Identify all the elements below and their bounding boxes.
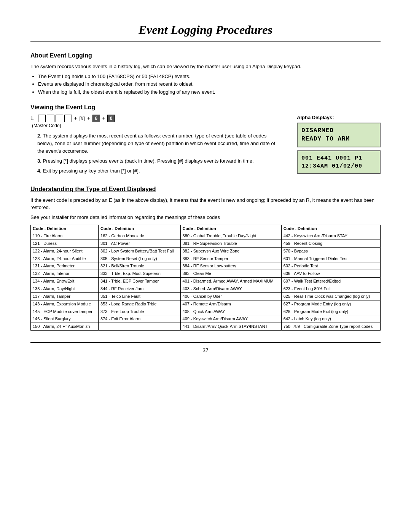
understanding-heading: Understanding the Type of Event Displaye… [30, 186, 381, 193]
table-cell-8-3: 625 - Real-Time Clock was Changed (log o… [281, 292, 380, 300]
table-cell-11-0: 146 - Silent Burglary [31, 315, 99, 323]
table-cell-12-2: 441 - Disarm/Arm/ Quick-Arm STAY/INSTANT [180, 323, 281, 331]
table-cell-10-0: 145 - ECP Module cover tamper [31, 308, 99, 315]
table-cell-5-0: 132 - Alarm, Interior [31, 270, 99, 278]
table-cell-6-2: 401 - Disarmed, Armed AWAY, Armed MAXIMU… [180, 278, 281, 285]
page-number: – 37 – [30, 347, 381, 353]
table-cell-2-3: 570 - Bypass [281, 247, 380, 255]
table-row: 110 - Fire Alarm162 - Carbon Monoxide380… [31, 232, 381, 240]
table-cell-3-3: 601 - Manual Triggered Dialer Test [281, 255, 380, 262]
table-cell-6-3: 607 - Walk Test Entered/Exited [281, 278, 380, 285]
lcd1-line2: READY TO ARM [301, 135, 376, 143]
table-row: 135 - Alarm, Day/Night344 - RF Receiver … [31, 285, 381, 293]
step2-num: 2. [37, 133, 41, 139]
steps-list: 2. The system displays the most recent e… [37, 132, 282, 175]
table-cell-1-2: 381 - RF Supervision Trouble [180, 240, 281, 247]
table-cell-5-1: 333 - Trble, Exp. Mod. Supervsn [99, 270, 181, 278]
step4-num: 4. [37, 168, 41, 174]
table-cell-8-2: 406 - Cancel by User [180, 292, 281, 300]
col-header-4: Code - Definition [281, 225, 380, 232]
table-cell-2-1: 302 - Low System Battery/Batt Test Fail [99, 247, 181, 255]
step1-container: 1. + [#] + 6 + 0 (Master Code) [30, 115, 282, 128]
hash-key: [#] [79, 115, 84, 121]
step-2: 2. The system displays the most recent e… [37, 132, 282, 155]
lcd2-line1: 001 E441 U001 P1 [301, 154, 376, 162]
bullet-3: When the log is full, the oldest event i… [38, 88, 381, 96]
table-cell-8-1: 351 - Telco Line Fault [99, 292, 181, 300]
alpha-displays-label: Alpha Displays: [297, 115, 381, 120]
table-cell-5-3: 606 - AAV to Follow [281, 270, 380, 278]
viewing-left: 1. + [#] + 6 + 0 (Master Code) 2. The [30, 115, 282, 178]
page-title: Event Logging Procedures [30, 23, 381, 42]
code-box-4 [64, 115, 72, 122]
col-header-2: Code - Definition [99, 225, 181, 232]
table-cell-9-0: 143 - Alarm, Expansion Module [31, 300, 99, 308]
table-cell-9-1: 353 - Long Range Radio Trble [99, 300, 181, 308]
table-row: 121 - Duress301 - AC Power381 - RF Super… [31, 240, 381, 247]
lcd-display-1: DISARMED READY TO ARM [297, 123, 381, 147]
table-row: 123 - Alarm, 24-hour Audible305 - System… [31, 255, 381, 262]
lcd2-line2: 12:34AM 01/02/00 [301, 162, 376, 170]
table-cell-11-2: 409 - Keyswitch Arm/Disarm AWAY [180, 315, 281, 323]
table-cell-0-2: 380 - Global Trouble, Trouble Day/Night [180, 232, 281, 240]
table-cell-2-0: 122 - Alarm, 24-hour Silent [31, 247, 99, 255]
table-cell-10-1: 373 - Fire Loop Trouble [99, 308, 181, 315]
about-heading: About Event Logging [30, 52, 381, 59]
bottom-rule [30, 342, 381, 343]
about-intro: The system records various events in a h… [30, 63, 381, 70]
table-row: 134 - Alarm, Entry/Exit341 - Trble, ECP … [31, 278, 381, 285]
table-cell-6-0: 134 - Alarm, Entry/Exit [31, 278, 99, 285]
table-cell-0-3: 442 - Keyswitch Arm/Disarm STAY [281, 232, 380, 240]
table-cell-12-1 [99, 323, 181, 331]
code-box-2 [47, 115, 54, 122]
understanding-text1: If the event code is preceded by an E (a… [30, 197, 381, 211]
table-cell-11-3: 642 - Latch Key (log only) [281, 315, 380, 323]
table-row: 132 - Alarm, Interior333 - Trble, Exp. M… [31, 270, 381, 278]
col-header-3: Code - Definition [180, 225, 281, 232]
table-cell-8-0: 137 - Alarm, Tamper [31, 292, 99, 300]
table-cell-3-0: 123 - Alarm, 24-hour Audible [31, 255, 99, 262]
table-cell-7-0: 135 - Alarm, Day/Night [31, 285, 99, 293]
table-cell-11-1: 374 - Exit Error Alarm [99, 315, 181, 323]
plus-1: + [74, 115, 77, 121]
bullet-2: Events are displayed in chronological or… [38, 80, 381, 88]
table-cell-4-3: 602 - Periodic Test [281, 262, 380, 270]
table-cell-9-2: 407 - Remote Arm/Disarm [180, 300, 281, 308]
table-row: 146 - Silent Burglary374 - Exit Error Al… [31, 315, 381, 323]
table-cell-12-0: 150 - Alarm, 24-Hr Aux/Mon zn [31, 323, 99, 331]
bullet-1: The Event Log holds up to 100 (FA168CPS)… [38, 73, 381, 81]
code-box-3 [56, 115, 63, 122]
understanding-text2: See your installer for more detailed inf… [30, 214, 381, 221]
table-row: 122 - Alarm, 24-hour Silent302 - Low Sys… [31, 247, 381, 255]
table-cell-4-1: 321 - Bell/Siren Trouble [99, 262, 181, 270]
code-box-1 [38, 115, 46, 122]
table-cell-0-1: 162 - Carbon Monoxide [99, 232, 181, 240]
table-header-row: Code - Definition Code - Definition Code… [31, 225, 381, 232]
table-row: 145 - ECP Module cover tamper373 - Fire … [31, 308, 381, 315]
table-cell-7-2: 403 - Sched. Arm/Disarm AWAY [180, 285, 281, 293]
viewing-right: Alpha Displays: DISARMED READY TO ARM 00… [297, 115, 381, 178]
table-cell-7-1: 344 - RF Receiver Jam [99, 285, 181, 293]
table-cell-3-1: 305 - System Reset (Log only) [99, 255, 181, 262]
key-0: 0 [107, 115, 115, 122]
plus-3: + [102, 115, 105, 121]
master-code-label: (Master Code) [32, 123, 282, 128]
table-row: 131 - Alarm, Perimeter321 - Bell/Siren T… [31, 262, 381, 270]
key-6: 6 [92, 115, 100, 122]
step3-text: Pressing [*] displays previous events (b… [43, 158, 253, 164]
table-cell-4-0: 131 - Alarm, Perimeter [31, 262, 99, 270]
about-bullets: The Event Log holds up to 100 (FA168CPS)… [38, 73, 381, 96]
codes-table: Code - Definition Code - Definition Code… [30, 225, 381, 331]
table-row: 150 - Alarm, 24-Hr Aux/Mon zn441 - Disar… [31, 323, 381, 331]
lcd-display-2: 001 E441 U001 P1 12:34AM 01/02/00 [297, 150, 381, 174]
col-header-1: Code - Definition [31, 225, 99, 232]
table-cell-5-2: 393 - Clean Me [180, 270, 281, 278]
step1-num: 1. [30, 115, 35, 121]
lcd1-line1: DISARMED [301, 126, 376, 135]
understanding-section: Understanding the Type of Event Displaye… [30, 186, 381, 331]
step-4: 4. Exit by pressing any key other than [… [37, 167, 282, 175]
table-cell-9-3: 627 - Program Mode Entry (log only) [281, 300, 380, 308]
table-cell-1-1: 301 - AC Power [99, 240, 181, 247]
step4-text: Exit by pressing any key other than [*] … [43, 168, 140, 174]
table-cell-1-3: 459 - Recent Closing [281, 240, 380, 247]
